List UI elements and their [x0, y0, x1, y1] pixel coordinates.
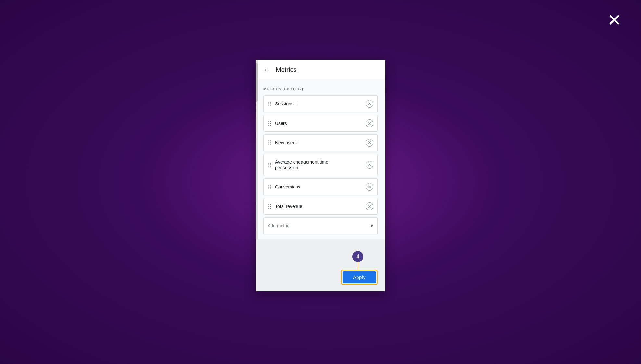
remove-sessions-icon[interactable]: ✕ — [366, 100, 373, 108]
metric-name-conversions: Conversions — [275, 184, 300, 190]
drag-handle-icon — [268, 140, 272, 145]
panel-body: METRICS (UP TO 12) Sessions ↓ ✕ — [256, 79, 385, 239]
metric-name-avg-engagement: Average engagement timeper session — [275, 159, 328, 171]
remove-users-icon[interactable]: ✕ — [366, 119, 373, 127]
metric-item-total-revenue[interactable]: Total revenue ✕ — [263, 198, 378, 215]
metric-name-users: Users — [275, 120, 287, 126]
back-arrow-icon[interactable]: ← — [263, 67, 270, 74]
metric-name-total-revenue: Total revenue — [275, 203, 302, 209]
remove-total-revenue-icon[interactable]: ✕ — [366, 202, 373, 210]
step-badge: 4 — [352, 251, 363, 262]
drag-handle-icon — [268, 204, 272, 209]
metric-item-conversions[interactable]: Conversions ✕ — [263, 178, 378, 195]
chevron-down-icon: ▾ — [371, 222, 373, 229]
remove-conversions-icon[interactable]: ✕ — [366, 183, 373, 191]
remove-new-users-icon[interactable]: ✕ — [366, 139, 373, 147]
apply-button-wrapper: Apply — [341, 270, 378, 285]
remove-avg-engagement-icon[interactable]: ✕ — [366, 161, 373, 169]
drag-handle-icon — [268, 102, 272, 106]
panel-title: Metrics — [276, 66, 296, 74]
section-label: METRICS (UP TO 12) — [263, 87, 378, 91]
add-metric-dropdown[interactable]: Add metric ▾ — [263, 217, 378, 234]
panel-header: ← Metrics — [256, 60, 385, 79]
metric-item-avg-engagement[interactable]: Average engagement timeper session ✕ — [263, 154, 378, 176]
add-metric-label: Add metric — [268, 223, 289, 228]
metric-name-new-users: New users — [275, 140, 296, 146]
drag-handle-icon — [268, 121, 272, 126]
drag-handle-icon — [268, 163, 272, 167]
metric-name-sessions: Sessions ↓ — [275, 101, 299, 107]
apply-button[interactable]: Apply — [343, 271, 376, 283]
close-button[interactable]: ✕ — [607, 12, 622, 29]
metric-item-sessions[interactable]: Sessions ↓ ✕ — [263, 95, 378, 112]
drag-handle-icon — [268, 185, 272, 189]
metric-item-users[interactable]: Users ✕ — [263, 115, 378, 132]
metric-item-new-users[interactable]: New users ✕ — [263, 134, 378, 151]
panel-footer: 4 Apply — [256, 239, 385, 291]
metrics-panel: ← Metrics METRICS (UP TO 12) Sessions ↓ … — [256, 60, 385, 291]
